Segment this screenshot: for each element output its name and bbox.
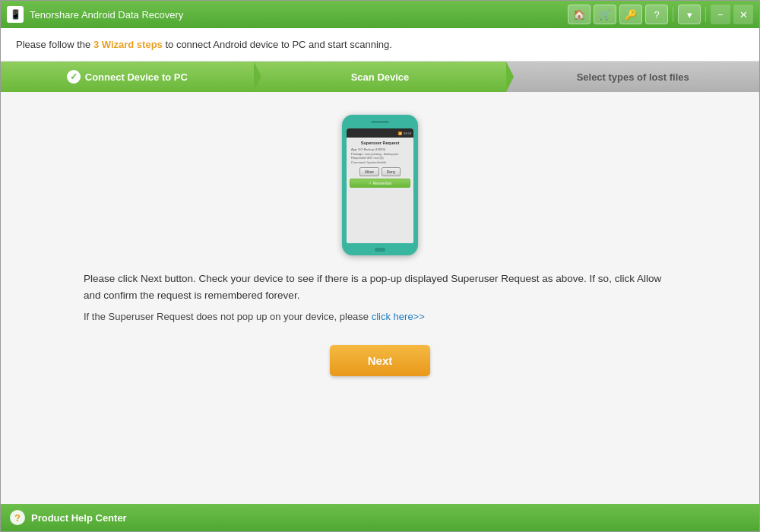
- key-button[interactable]: 🔑: [619, 5, 642, 24]
- phone-status-bar: 📶 09:58: [347, 128, 413, 138]
- remember-check: ✓: [369, 181, 372, 185]
- content-area: 📶 09:58 Superuser Request App: GO Backup…: [1, 92, 759, 504]
- remember-button[interactable]: ✓ Remember: [350, 179, 410, 188]
- deny-button[interactable]: Deny: [382, 167, 401, 176]
- package-label: Package:: [351, 152, 364, 156]
- step-connect[interactable]: ✓ Connect Device to PC: [1, 62, 254, 92]
- text-section: Please click Next button. Check your dev…: [84, 271, 676, 337]
- remember-label: Remember: [373, 181, 392, 185]
- main-content: 📶 09:58 Superuser Request App: GO Backup…: [1, 92, 759, 504]
- step-select[interactable]: Select types of lost files: [506, 62, 759, 92]
- separator: [673, 7, 673, 22]
- superuser-details: App: GO Backup (10063) Package: com.jiub…: [350, 147, 410, 164]
- phone-home-button: [375, 248, 385, 252]
- phone-action-buttons: Allow Deny: [359, 167, 401, 176]
- superuser-title: Superuser Request: [361, 141, 399, 145]
- phone-speaker: [371, 121, 389, 123]
- step-select-label: Select types of lost files: [577, 71, 689, 83]
- sub-instruction-text: If the Superuser Request does not pop up…: [84, 311, 676, 322]
- command-detail: Command: /system/bin/sh: [351, 160, 409, 165]
- app-icon: 📱: [7, 6, 24, 23]
- footer-label: Product Help Center: [31, 512, 127, 524]
- next-button-container: Next: [330, 345, 431, 376]
- phone-device: 📶 09:58 Superuser Request App: GO Backup…: [342, 115, 418, 255]
- command-value: /system/bin/sh: [367, 160, 387, 164]
- allow-button[interactable]: Allow: [359, 167, 379, 176]
- minimize-button[interactable]: −: [711, 5, 730, 24]
- step-scan-label: Scan Device: [351, 71, 410, 83]
- phone-content: Superuser Request App: GO Backup (10063)…: [347, 138, 413, 243]
- click-here-link[interactable]: click here>>: [372, 311, 425, 322]
- app-label: App:: [351, 147, 357, 151]
- app-title: Tenorshare Android Data Recovery: [30, 9, 568, 21]
- step-check-icon: ✓: [67, 70, 81, 84]
- help-button[interactable]: ?: [645, 5, 668, 24]
- package-value: com.jiubang...backup.pro: [365, 152, 399, 156]
- phone-illustration: 📶 09:58 Superuser Request App: GO Backup…: [342, 115, 418, 255]
- title-bar: 📱 Tenorshare Android Data Recovery 🏠 🛒 🔑…: [1, 1, 759, 28]
- home-button[interactable]: 🏠: [568, 5, 591, 24]
- instruction-text-after: to connect Android device to PC and star…: [163, 39, 392, 50]
- sub-text-before: If the Superuser Request does not pop up…: [84, 311, 372, 322]
- command-label: Command:: [351, 160, 366, 164]
- instruction-text-before: Please follow the: [16, 39, 93, 50]
- instruction-bar: Please follow the 3 Wizard steps to conn…: [1, 28, 759, 62]
- footer: ? Product Help Center: [1, 504, 759, 531]
- uid-label: Requested UID:: [351, 156, 372, 160]
- close-button[interactable]: ✕: [733, 5, 753, 24]
- footer-help-icon: ?: [10, 510, 25, 525]
- separator: [705, 7, 706, 22]
- instruction-highlight: 3 Wizard steps: [93, 39, 163, 50]
- window-controls: 🏠 🛒 🔑 ? ▾ − ✕: [568, 5, 753, 24]
- step-scan[interactable]: Scan Device: [254, 62, 507, 92]
- phone-screen: 📶 09:58 Superuser Request App: GO Backup…: [347, 128, 413, 243]
- app-window: 📱 Tenorshare Android Data Recovery 🏠 🛒 🔑…: [0, 0, 760, 532]
- main-instruction-text: Please click Next button. Check your dev…: [84, 271, 676, 303]
- dropdown-button[interactable]: ▾: [678, 5, 701, 24]
- wizard-steps: ✓ Connect Device to PC Scan Device Selec…: [1, 62, 759, 92]
- app-value: GO Backup (10063): [358, 147, 385, 151]
- cart-button[interactable]: 🛒: [594, 5, 616, 24]
- step-connect-label: Connect Device to PC: [85, 71, 188, 83]
- next-button[interactable]: Next: [330, 345, 431, 376]
- uid-value: root (0): [374, 156, 384, 160]
